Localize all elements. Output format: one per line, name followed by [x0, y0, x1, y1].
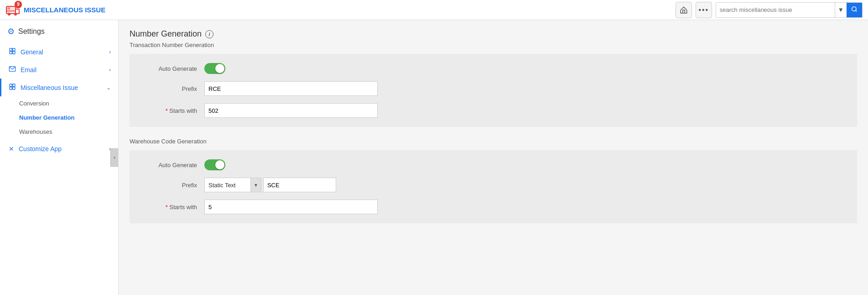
- svg-rect-15: [13, 84, 15, 86]
- misc-chevron-icon: ⌄: [106, 84, 111, 91]
- customize-icon: ✕: [9, 145, 14, 153]
- search-container: ▼: [716, 2, 863, 18]
- page-title: Number Generation i: [130, 29, 857, 39]
- svg-rect-16: [10, 87, 12, 90]
- svg-point-3: [8, 13, 10, 16]
- general-arrow-icon: ›: [109, 49, 111, 55]
- email-arrow-icon: ›: [109, 67, 111, 73]
- warehouse-starts-with-label: * Starts with: [140, 204, 204, 211]
- svg-point-4: [14, 13, 17, 16]
- sidebar-item-customize[interactable]: ✕ Customize App ›: [0, 141, 118, 157]
- toggle-thumb: [215, 64, 224, 73]
- more-icon: •••: [698, 6, 709, 14]
- page-title-text: Number Generation: [130, 29, 202, 39]
- search-submit-button[interactable]: [847, 3, 862, 17]
- transaction-auto-generate-toggle[interactable]: [204, 63, 225, 74]
- sidebar-item-general-left: General: [9, 47, 43, 56]
- sidebar-item-general[interactable]: General ›: [0, 43, 118, 61]
- svg-line-8: [856, 11, 857, 12]
- info-icon[interactable]: i: [205, 30, 213, 38]
- sidebar-settings-header: ⚙ Settings: [0, 20, 118, 43]
- sidebar-item-email-left: Email: [9, 65, 36, 74]
- home-button[interactable]: [676, 2, 692, 18]
- transaction-starts-with-row: * Starts with: [140, 103, 846, 118]
- sidebar-sub-item-conversion[interactable]: Conversion: [0, 96, 118, 111]
- settings-label: Settings: [18, 27, 45, 36]
- warehouses-label: Warehouses: [19, 128, 52, 135]
- svg-rect-12: [13, 52, 15, 54]
- svg-rect-6: [7, 7, 10, 10]
- sidebar-collapse-button[interactable]: ‹: [110, 148, 119, 167]
- general-label: General: [21, 48, 43, 56]
- warehouse-prefix-group: Static Text ▼: [204, 178, 336, 192]
- warehouse-auto-generate-toggle[interactable]: [204, 159, 225, 170]
- sidebar-item-email[interactable]: Email ›: [0, 61, 118, 79]
- sidebar-item-customize-left: ✕ Customize App: [9, 145, 62, 153]
- search-dropdown-button[interactable]: ▼: [835, 3, 847, 17]
- email-label: Email: [21, 66, 36, 74]
- transaction-starts-with-input[interactable]: [204, 103, 378, 118]
- svg-rect-14: [10, 84, 12, 86]
- svg-rect-9: [10, 48, 12, 51]
- more-options-button[interactable]: •••: [696, 2, 712, 18]
- layout: ⚙ Settings General ›: [0, 20, 868, 295]
- prefix-dropdown-arrow[interactable]: ▼: [250, 178, 261, 192]
- conversion-label: Conversion: [19, 100, 49, 107]
- prefix-select-wrapper: Static Text ▼: [204, 178, 261, 192]
- transaction-prefix-input[interactable]: [204, 81, 378, 96]
- warehouse-prefix-row: Prefix Static Text ▼: [140, 178, 846, 192]
- customize-label: Customize App: [19, 145, 62, 153]
- general-icon: [9, 47, 16, 56]
- transaction-auto-generate-row: Auto Generate: [140, 63, 846, 74]
- number-generation-label: Number Generation: [19, 114, 74, 121]
- email-icon: [9, 65, 16, 74]
- transaction-subtitle: Transaction Number Generation: [130, 42, 857, 48]
- svg-point-7: [852, 7, 856, 11]
- svg-rect-11: [10, 52, 12, 54]
- transaction-starts-with-label: * Starts with: [140, 107, 204, 114]
- transaction-auto-generate-label: Auto Generate: [140, 65, 204, 72]
- sidebar: ⚙ Settings General ›: [0, 20, 119, 295]
- main-content: Number Generation i Transaction Number G…: [119, 20, 868, 295]
- chevron-down-icon: ▼: [838, 6, 844, 13]
- transaction-form-card: Auto Generate Prefix * Starts with: [130, 54, 857, 127]
- prefix-text-input[interactable]: [263, 178, 336, 192]
- svg-rect-17: [13, 87, 15, 90]
- toggle-thumb-warehouse: [215, 160, 224, 169]
- app-name: MISCELLANEOUS ISSUE: [24, 6, 105, 14]
- sidebar-sub-item-number-generation[interactable]: Number Generation: [0, 111, 118, 125]
- misc-icon: [9, 83, 16, 92]
- sidebar-item-misc[interactable]: Miscellaneous Issue ⌄: [0, 79, 118, 96]
- warehouse-subtitle: Warehouse Code Generation: [130, 138, 857, 145]
- warehouse-auto-generate-label: Auto Generate: [140, 162, 204, 169]
- gear-icon: ⚙: [7, 26, 15, 37]
- warehouse-form-card: Auto Generate Prefix Static Text ▼: [130, 150, 857, 223]
- prefix-dropdown-value: Static Text: [205, 182, 250, 189]
- sidebar-sub-item-warehouses[interactable]: Warehouses: [0, 125, 118, 139]
- warehouse-auto-generate-row: Auto Generate: [140, 159, 846, 170]
- transaction-prefix-label: Prefix: [140, 85, 204, 92]
- search-input[interactable]: [716, 3, 835, 17]
- starts-with-text: Starts with: [169, 107, 197, 114]
- warehouse-starts-with-text: Starts with: [169, 204, 197, 211]
- sidebar-item-misc-left: Miscellaneous Issue: [9, 83, 78, 92]
- misc-label: Miscellaneous Issue: [21, 84, 78, 91]
- header-actions: ••• ▼: [676, 2, 863, 18]
- collapse-icon: ‹: [114, 154, 115, 161]
- warehouse-prefix-label: Prefix: [140, 182, 204, 189]
- svg-rect-10: [13, 48, 15, 51]
- app-logo: 9 9 MISCELLANEOUS ISSUE: [5, 3, 105, 17]
- header: 9 9 MISCELLANEOUS ISSUE ••• ▼: [0, 0, 868, 20]
- warehouse-starts-with-row: * Starts with: [140, 200, 846, 214]
- notification-badge: 9: [15, 1, 22, 8]
- warehouse-starts-with-input[interactable]: [204, 200, 378, 214]
- transaction-prefix-row: Prefix: [140, 81, 846, 96]
